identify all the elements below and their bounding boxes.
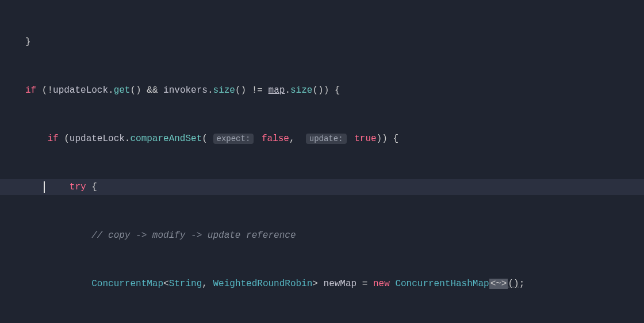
inline-hint: expect: <box>213 134 254 144</box>
code-line-active: try { <box>0 179 644 195</box>
comment: // copy -> modify -> update reference <box>91 230 296 241</box>
code-line: if (!updateLock.get() && invokers.size()… <box>0 82 644 98</box>
keyword-if: if <box>25 85 36 96</box>
brace: } <box>25 37 31 47</box>
code-editor[interactable]: } if (!updateLock.get() && invokers.size… <box>0 0 644 323</box>
code-line: // copy -> modify -> update reference <box>0 227 644 244</box>
inline-hint: update: <box>306 134 347 144</box>
diamond-operator: <~> <box>489 279 508 289</box>
code-line: ConcurrentMap<String, WeightedRoundRobin… <box>0 276 644 292</box>
code-line: if (updateLock.compareAndSet( expect: fa… <box>0 131 644 147</box>
text-caret <box>44 181 45 193</box>
code-line: } <box>0 34 644 50</box>
